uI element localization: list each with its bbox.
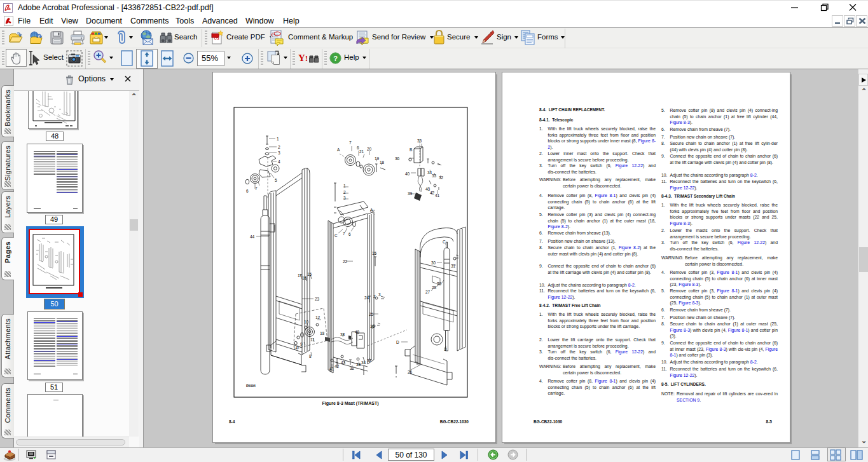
svg-text:15: 15	[372, 251, 377, 255]
svg-text:32: 32	[439, 175, 444, 180]
svg-text:41: 41	[435, 193, 440, 198]
svg-text:39: 39	[408, 191, 413, 196]
svg-text:31: 31	[451, 264, 456, 268]
svg-text:29: 29	[437, 282, 442, 286]
svg-text:33: 33	[432, 173, 437, 178]
svg-text:23: 23	[315, 297, 320, 301]
svg-text:A: A	[370, 208, 373, 212]
svg-text:?: ?	[333, 55, 338, 62]
svg-text:D: D	[444, 347, 447, 351]
svg-text:36: 36	[395, 156, 400, 161]
svg-text:43: 43	[341, 360, 346, 365]
svg-text:44: 44	[250, 234, 255, 239]
svg-text:2: 2	[373, 294, 376, 299]
svg-text:7: 7	[255, 186, 258, 191]
svg-text:3: 3	[343, 196, 346, 200]
svg-text:1: 1	[277, 137, 279, 141]
svg-text:9: 9	[300, 342, 303, 346]
svg-text:20: 20	[367, 147, 372, 151]
svg-text:C: C	[334, 233, 338, 238]
svg-text:28: 28	[432, 285, 437, 290]
svg-text:37: 37	[367, 358, 372, 363]
svg-text:18: 18	[380, 160, 385, 165]
svg-text:14: 14	[293, 346, 298, 350]
svg-text:40: 40	[405, 172, 410, 176]
svg-text:33: 33	[356, 362, 361, 367]
svg-text:7: 7	[343, 231, 345, 236]
svg-text:25: 25	[369, 312, 374, 316]
svg-text:19: 19	[375, 156, 380, 161]
svg-text:13: 13	[320, 331, 325, 336]
svg-text:D: D	[396, 340, 399, 344]
svg-text:6: 6	[246, 189, 249, 193]
svg-text:5: 5	[275, 178, 277, 182]
svg-text:2: 2	[278, 145, 280, 149]
svg-text:36: 36	[370, 324, 375, 329]
svg-text:30: 30	[431, 261, 436, 265]
svg-text:8-4: 8-4	[229, 419, 235, 424]
svg-text:24: 24	[364, 296, 369, 300]
svg-text:41: 41	[329, 367, 334, 371]
svg-text:22: 22	[343, 259, 348, 264]
svg-text:40: 40	[355, 330, 360, 334]
svg-text:2: 2	[343, 190, 346, 194]
svg-text:3: 3	[378, 292, 381, 297]
svg-text:11: 11	[310, 337, 315, 342]
svg-text:BG-CB22-1030: BG-CB22-1030	[440, 419, 469, 424]
svg-text:A: A	[337, 147, 340, 152]
svg-text:R5004: R5004	[246, 384, 256, 388]
svg-text:42: 42	[334, 364, 340, 369]
svg-text:4: 4	[278, 160, 280, 164]
svg-text:15: 15	[307, 272, 312, 276]
svg-text:12: 12	[315, 315, 320, 320]
svg-text:16: 16	[302, 276, 307, 280]
svg-text:26: 26	[408, 370, 413, 374]
svg-text:8: 8	[309, 354, 312, 358]
svg-text:27: 27	[425, 290, 431, 294]
svg-text:6: 6	[348, 232, 351, 236]
svg-text:3: 3	[278, 151, 280, 155]
svg-text:42: 42	[430, 191, 435, 195]
svg-text:7: 7	[349, 140, 352, 145]
svg-text:34: 34	[361, 360, 366, 365]
svg-text:10: 10	[304, 320, 309, 324]
svg-text:21: 21	[359, 149, 364, 154]
svg-text:B: B	[410, 147, 412, 152]
svg-text:1: 1	[343, 184, 346, 188]
svg-text:32: 32	[350, 366, 355, 370]
svg-text:38: 38	[340, 332, 345, 337]
svg-text:C: C	[443, 240, 446, 244]
svg-text:35: 35	[417, 139, 422, 143]
svg-text:Figure 8-3 Mast (TRIMAST): Figure 8-3 Mast (TRIMAST)	[322, 401, 378, 406]
